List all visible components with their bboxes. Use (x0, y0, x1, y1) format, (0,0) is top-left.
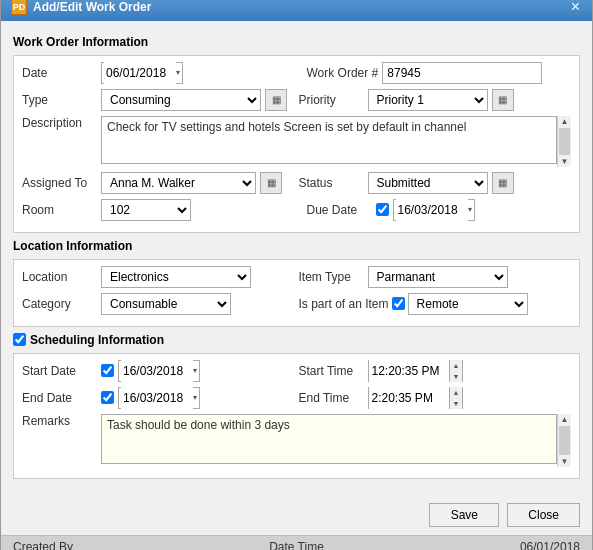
startdate-time-row: Start Date ▾ Start Time ▲ (22, 360, 571, 382)
status-select[interactable]: Submitted (368, 172, 488, 194)
ispart-field: Is part of an Item Remote (299, 293, 572, 315)
category-field: Category Consumable (22, 293, 295, 315)
ispart-label: Is part of an Item (299, 297, 389, 311)
startdate-label: Start Date (22, 364, 97, 378)
itemtype-select[interactable]: Parmanant (368, 266, 508, 288)
assigned-status-row: Assigned To Anna M. Walker ▦ Status Subm… (22, 172, 571, 194)
duedate-input[interactable]: ▾ (393, 199, 475, 221)
type-field: Type Consuming ▦ (22, 89, 295, 111)
priority-select[interactable]: Priority 1 (368, 89, 488, 111)
starttime-label: Start Time (299, 364, 364, 378)
endtime-spinner[interactable]: ▲ ▼ (449, 387, 463, 409)
dialog-title: Add/Edit Work Order (33, 0, 151, 14)
room-label: Room (22, 203, 97, 217)
remarks-scrollbar[interactable]: ▲ ▼ (557, 414, 571, 467)
priority-grid-icon[interactable]: ▦ (492, 89, 514, 111)
location-info-header: Location Information (13, 239, 580, 253)
type-grid-icon[interactable]: ▦ (265, 89, 287, 111)
itemtype-label: Item Type (299, 270, 364, 284)
location-section: Location Electronics Item Type Parmanant… (13, 259, 580, 327)
datetime-label: Date Time (269, 540, 324, 551)
enddate-value[interactable] (121, 387, 193, 409)
location-select[interactable]: Electronics (101, 266, 251, 288)
assigned-grid-icon[interactable]: ▦ (260, 172, 282, 194)
starttime-down-icon[interactable]: ▼ (450, 371, 463, 382)
scroll-up-icon[interactable]: ▲ (558, 116, 571, 127)
description-label: Description (22, 116, 97, 130)
scroll-thumb (559, 128, 570, 155)
room-select[interactable]: 102 (101, 199, 191, 221)
duedate-checkbox[interactable] (376, 203, 389, 216)
close-button[interactable]: Close (507, 503, 580, 527)
remarks-scroll-up-icon[interactable]: ▲ (558, 414, 571, 425)
scheduling-checkbox[interactable] (13, 333, 26, 346)
date-input[interactable]: ▾ (101, 62, 183, 84)
startdate-input[interactable]: ▾ (118, 360, 200, 382)
endtime-input[interactable]: ▲ ▼ (368, 387, 464, 409)
remarks-scroll-down-icon[interactable]: ▼ (558, 456, 571, 467)
scroll-down-icon[interactable]: ▼ (558, 156, 571, 167)
starttime-field: Start Time ▲ ▼ (299, 360, 572, 382)
duedate-label: Due Date (307, 203, 372, 217)
enddate-checkbox[interactable] (101, 391, 114, 404)
title-bar: PD Add/Edit Work Order × (1, 0, 592, 21)
category-ispart-row: Category Consumable Is part of an Item R… (22, 293, 571, 315)
startdate-checkbox[interactable] (101, 364, 114, 377)
dialog-content: Work Order Information Date ▾ Work Order… (1, 21, 592, 495)
type-label: Type (22, 93, 97, 107)
duedate-value[interactable] (396, 199, 468, 221)
description-scrollbar[interactable]: ▲ ▼ (557, 116, 571, 167)
starttime-up-icon[interactable]: ▲ (450, 360, 463, 371)
status-field: Status Submitted ▦ (299, 172, 572, 194)
endtime-up-icon[interactable]: ▲ (450, 387, 463, 398)
close-icon[interactable]: × (569, 0, 582, 15)
enddate-label: End Date (22, 391, 97, 405)
priority-field: Priority Priority 1 ▦ (299, 89, 572, 111)
wo-num-label: Work Order # (307, 66, 379, 80)
category-select[interactable]: Consumable (101, 293, 231, 315)
title-icon: PD (11, 0, 27, 15)
room-duedate-row: Room 102 Due Date ▾ (22, 199, 571, 221)
endtime-value[interactable] (369, 387, 449, 409)
duedate-checkbox-label (376, 203, 389, 216)
save-button[interactable]: Save (429, 503, 499, 527)
date-chevron-icon[interactable]: ▾ (176, 68, 180, 77)
item-name-select[interactable]: Remote (408, 293, 528, 315)
work-order-info-header: Work Order Information (13, 35, 580, 49)
remarks-input[interactable]: Task should be done within 3 days (101, 414, 557, 464)
remarks-label: Remarks (22, 414, 97, 428)
starttime-value[interactable] (369, 360, 449, 382)
dialog: PD Add/Edit Work Order × Work Order Info… (0, 0, 593, 550)
ispart-checkbox[interactable] (392, 297, 405, 310)
starttime-input[interactable]: ▲ ▼ (368, 360, 464, 382)
location-label: Location (22, 270, 97, 284)
description-wrapper: Check for TV settings and hotels Screen … (101, 116, 571, 167)
remarks-scroll-thumb (559, 426, 570, 455)
date-value[interactable] (104, 62, 176, 84)
startdate-chevron-icon[interactable]: ▾ (193, 366, 197, 375)
remarks-wrapper: Task should be done within 3 days ▲ ▼ (101, 414, 571, 467)
type-select[interactable]: Consuming (101, 89, 261, 111)
description-input[interactable]: Check for TV settings and hotels Screen … (101, 116, 557, 164)
status-label: Status (299, 176, 364, 190)
endtime-down-icon[interactable]: ▼ (450, 398, 463, 409)
endtime-label: End Time (299, 391, 364, 405)
starttime-spinner[interactable]: ▲ ▼ (449, 360, 463, 382)
endtime-field: End Time ▲ ▼ (299, 387, 572, 409)
duedate-chevron-icon[interactable]: ▾ (468, 205, 472, 214)
wo-num-input[interactable] (382, 62, 542, 84)
room-field: Room 102 (22, 199, 287, 221)
itemtype-field: Item Type Parmanant (299, 266, 572, 288)
enddate-input[interactable]: ▾ (118, 387, 200, 409)
remarks-row: Remarks Task should be done within 3 day… (22, 414, 571, 467)
assigned-select[interactable]: Anna M. Walker (101, 172, 256, 194)
scheduling-header: Scheduling Information (13, 333, 580, 347)
startdate-value[interactable] (121, 360, 193, 382)
datetime-value: 06/01/2018 (520, 540, 580, 551)
wo-num-field: Work Order # (307, 62, 572, 84)
priority-label: Priority (299, 93, 364, 107)
location-itemtype-row: Location Electronics Item Type Parmanant (22, 266, 571, 288)
enddate-chevron-icon[interactable]: ▾ (193, 393, 197, 402)
enddate-time-row: End Date ▾ End Time ▲ ▼ (22, 387, 571, 409)
status-grid-icon[interactable]: ▦ (492, 172, 514, 194)
